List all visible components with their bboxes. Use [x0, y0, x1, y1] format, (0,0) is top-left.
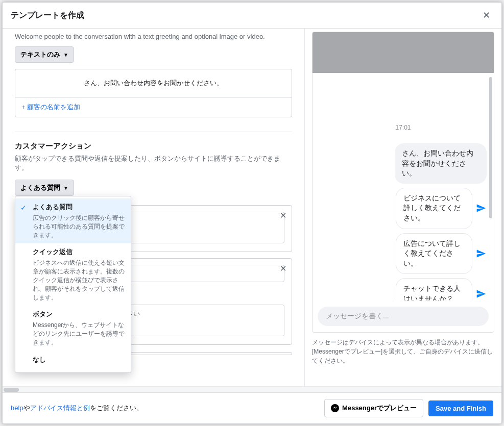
- dropdown-item-none[interactable]: なし: [15, 351, 131, 370]
- dropdown-item-quick-reply[interactable]: クイック返信 ビジネスへの返信に使える短い文章が顧客に表示されます。複数のクイッ…: [15, 243, 131, 306]
- greeting-description: Welcome people to the conversation with …: [15, 33, 292, 40]
- preview-cover-placeholder: [313, 32, 494, 73]
- create-template-modal: テンプレートを作成 ✕ Welcome people to the conver…: [2, 2, 502, 424]
- compose-input[interactable]: メッセージを書く...: [318, 307, 489, 326]
- modal-footer: helpやアドバイス情報と例をご覧ください。 Messengerでプレビュー S…: [3, 392, 501, 423]
- bubble-column: さん、お問い合わせ内容をお聞かせください。 ビジネスについて詳しく教えてください…: [318, 143, 489, 300]
- customer-actions-title: カスタマーアクション: [15, 141, 292, 151]
- send-icon[interactable]: [475, 288, 487, 299]
- dropdown-item-faq[interactable]: ✓ よくある質問 広告のクリック後に顧客から寄せられる可能性のある質問を提案でき…: [15, 198, 131, 243]
- dd-title: なし: [33, 355, 125, 364]
- advice-link[interactable]: アドバイス情報と例: [30, 404, 90, 412]
- dd-title: ボタン: [33, 310, 125, 319]
- horizontal-scrollbar[interactable]: [3, 386, 501, 392]
- greeting-text[interactable]: さん、お問い合わせ内容をお聞かせください。: [15, 69, 292, 97]
- action-type-select[interactable]: よくある質問 ▼: [15, 180, 74, 196]
- right-pane: 17:01 さん、お問い合わせ内容をお聞かせください。 ビジネスについて詳しく教…: [305, 29, 501, 386]
- suggestion-bubble[interactable]: 広告について詳しく教えてください。: [396, 233, 472, 274]
- save-and-finish-button[interactable]: Save and Finish: [428, 400, 493, 416]
- dd-desc: 広告のクリック後に顧客から寄せられる可能性のある質問を提案できます。: [33, 214, 125, 239]
- left-pane[interactable]: Welcome people to the conversation with …: [3, 29, 305, 386]
- greeting-bubble: さん、お問い合わせ内容をお聞かせください。: [395, 143, 487, 184]
- customer-actions-desc: 顧客がタップできる質問や返信を提案したり、ボタンからサイトに誘導することができま…: [15, 154, 292, 172]
- footer-text: や: [23, 404, 30, 412]
- messenger-preview: 17:01 さん、お問い合わせ内容をお聞かせください。 ビジネスについて詳しく教…: [312, 32, 494, 333]
- action-type-dropdown-wrap: よくある質問 ▼ ✓ よくある質問 広告のクリック後に顧客から寄せられる可能性の…: [15, 180, 74, 196]
- dd-title: よくある質問: [33, 203, 125, 212]
- suggestion-row: ビジネスについて詳しく教えてください。: [396, 188, 487, 229]
- footer-help-text: helpやアドバイス情報と例をご覧ください。: [11, 404, 143, 413]
- caret-down-icon: ▼: [63, 52, 68, 58]
- scrollbar[interactable]: [489, 77, 492, 218]
- hscroll-thumb-left[interactable]: [4, 388, 19, 392]
- modal-header: テンプレートを作成 ✕: [3, 3, 501, 29]
- dropdown-item-button[interactable]: ボタン Messengerから、ウェブサイトなどのリンク先にユーザーを誘導できま…: [15, 306, 131, 350]
- preview-timestamp: 17:01: [318, 124, 489, 131]
- dd-desc: Messengerから、ウェブサイトなどのリンク先にユーザーを誘導できます。: [33, 321, 125, 346]
- action-type-label: よくある質問: [20, 183, 60, 192]
- preview-note: メッセージはデバイスによって表示が異なる場合があります。[Messengerでプ…: [312, 338, 494, 365]
- help-link[interactable]: help: [11, 404, 23, 412]
- dd-title: クイック返信: [33, 247, 125, 257]
- suggestion-bubble[interactable]: チャットできる人はいませんか？: [396, 278, 472, 300]
- greeting-box: さん、お問い合わせ内容をお聞かせください。 + 顧客の名前を追加: [15, 69, 292, 117]
- suggestion-bubble[interactable]: ビジネスについて詳しく教えてください。: [396, 188, 472, 229]
- caret-down-icon: ▼: [63, 185, 68, 191]
- suggestion-row: チャットできる人はいませんか？: [396, 278, 487, 300]
- divider: [15, 132, 292, 132]
- footer-buttons: Messengerでプレビュー Save and Finish: [324, 399, 493, 417]
- modal-body: Welcome people to the conversation with …: [3, 29, 501, 386]
- add-customer-name-button[interactable]: + 顧客の名前を追加: [15, 97, 292, 117]
- action-type-dropdown-menu: ✓ よくある質問 広告のクリック後に顧客から寄せられる可能性のある質問を提案でき…: [15, 196, 131, 373]
- check-icon: ✓: [20, 204, 27, 212]
- preview-in-messenger-button[interactable]: Messengerでプレビュー: [324, 399, 423, 417]
- dd-desc: ビジネスへの返信に使える短い文章が顧客に表示されます。複数のクイック返信が横並び…: [33, 259, 125, 300]
- send-icon[interactable]: [475, 248, 487, 259]
- preview-button-label: Messengerでプレビュー: [342, 404, 417, 413]
- greeting-type-select[interactable]: テキストのみ ▼: [15, 46, 74, 63]
- messenger-icon: [331, 404, 339, 412]
- modal-title: テンプレートを作成: [11, 10, 84, 21]
- greeting-type-label: テキストのみ: [20, 50, 60, 59]
- remove-question-icon[interactable]: ✕: [280, 264, 286, 273]
- remove-question-icon[interactable]: ✕: [280, 211, 286, 220]
- footer-text: をご覧ください。: [90, 404, 143, 412]
- close-icon[interactable]: ✕: [479, 9, 493, 22]
- send-icon[interactable]: [475, 203, 487, 214]
- preview-scroll-area: 17:01 さん、お問い合わせ内容をお聞かせください。 ビジネスについて詳しく教…: [313, 73, 494, 300]
- suggestion-row: 広告について詳しく教えてください。: [396, 233, 487, 274]
